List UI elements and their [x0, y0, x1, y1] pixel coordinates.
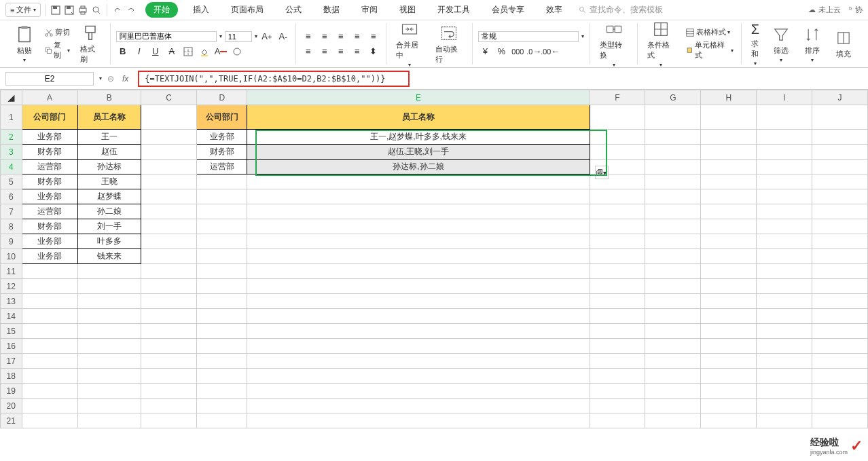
- type-convert-button[interactable]: 类型转换▾: [596, 18, 631, 69]
- font-size-select[interactable]: [225, 31, 252, 42]
- sort-button[interactable]: 排序▾: [799, 20, 826, 68]
- fill-button[interactable]: 填充: [830, 20, 857, 68]
- cell[interactable]: [141, 105, 197, 130]
- tab-data[interactable]: 数据: [317, 1, 346, 18]
- highlight-button[interactable]: [230, 45, 244, 58]
- row-header[interactable]: 1: [1, 105, 22, 130]
- indent-dec-icon[interactable]: ≡: [350, 30, 364, 43]
- table-style-button[interactable]: 表格样式▾: [683, 26, 736, 38]
- wrap-button[interactable]: 自动换行: [431, 18, 467, 69]
- cell[interactable]: 业务部: [22, 130, 77, 145]
- save-icon[interactable]: [50, 4, 62, 16]
- col-header[interactable]: G: [645, 90, 701, 105]
- format-painter-button[interactable]: 格式刷: [76, 22, 104, 66]
- row-header[interactable]: 17: [1, 354, 22, 369]
- sum-button[interactable]: Σ 求和▾: [747, 20, 763, 68]
- comma-icon[interactable]: 000: [511, 45, 524, 58]
- dec-inc-icon[interactable]: .0→: [527, 45, 541, 58]
- row-header[interactable]: 4: [1, 160, 22, 174]
- row-header[interactable]: 8: [1, 219, 22, 234]
- cell[interactable]: 财务部: [22, 145, 77, 160]
- undo-icon[interactable]: [111, 4, 124, 16]
- print-icon[interactable]: [77, 4, 89, 16]
- copy-button[interactable]: 复制▾: [42, 39, 72, 61]
- col-header[interactable]: E: [247, 90, 590, 105]
- fill-color-button[interactable]: [198, 45, 211, 58]
- cell[interactable]: 赵伍,王晓,刘一手: [247, 145, 590, 160]
- increase-font-icon[interactable]: A+: [260, 30, 274, 43]
- cell[interactable]: 财务部: [197, 145, 247, 160]
- tab-insert[interactable]: 插入: [186, 1, 216, 18]
- select-all-corner[interactable]: ◢: [1, 90, 22, 105]
- cell[interactable]: 王一: [77, 130, 141, 145]
- align-bottom-icon[interactable]: ≡: [334, 30, 348, 43]
- row-header[interactable]: 3: [1, 145, 22, 160]
- file-menu[interactable]: ≡文件▾: [5, 3, 41, 17]
- col-header[interactable]: H: [701, 90, 757, 105]
- paste-button[interactable]: 粘贴▾: [11, 22, 38, 66]
- tab-dev[interactable]: 开发工具: [431, 1, 477, 18]
- search-area[interactable]: 查找命令、搜索模板: [579, 4, 663, 16]
- name-box[interactable]: [5, 72, 94, 86]
- row-header[interactable]: 13: [1, 294, 22, 309]
- align-center-icon[interactable]: ≡: [318, 45, 331, 58]
- formula-input[interactable]: {=TEXTJOIN(",",TRUE,IF(A2:$A$10=D2,B2:$B…: [138, 71, 410, 87]
- cell[interactable]: 运营部: [22, 160, 77, 174]
- currency-icon[interactable]: ¥: [478, 45, 492, 58]
- strikethrough-button[interactable]: A: [165, 45, 179, 58]
- cell[interactable]: 孙达标,孙二娘 🗐▾: [247, 160, 590, 174]
- row-header[interactable]: 5: [1, 174, 22, 189]
- cell[interactable]: 公司部门: [22, 105, 77, 130]
- row-header[interactable]: 16: [1, 339, 22, 354]
- row-header[interactable]: 9: [1, 234, 22, 249]
- distribute-icon[interactable]: ≡: [350, 45, 364, 58]
- row-header[interactable]: 7: [1, 204, 22, 219]
- redo-icon[interactable]: [125, 4, 137, 16]
- preview-icon[interactable]: [90, 4, 103, 16]
- underline-button[interactable]: U: [149, 45, 162, 58]
- fx-icon[interactable]: fx: [118, 74, 132, 84]
- zoom-out-icon[interactable]: ⊖: [107, 74, 114, 84]
- row-header[interactable]: 15: [1, 324, 22, 339]
- font-select[interactable]: [116, 31, 217, 42]
- cell-style-button[interactable]: 单元格样式▾: [683, 39, 736, 61]
- orient-icon[interactable]: ⬍: [367, 45, 380, 58]
- tab-view[interactable]: 视图: [393, 1, 422, 18]
- row-header[interactable]: 2: [1, 130, 22, 145]
- border-button[interactable]: [181, 45, 195, 58]
- bold-button[interactable]: B: [116, 45, 130, 58]
- align-left-icon[interactable]: ≡: [302, 45, 315, 58]
- row-header[interactable]: 19: [1, 384, 22, 399]
- grid[interactable]: ◢ A B C D E F G H I J 1 公司部门 员工名称 公司部门 员…: [0, 90, 868, 428]
- cell[interactable]: 孙达标: [77, 160, 141, 174]
- font-color-button[interactable]: A: [214, 45, 228, 58]
- col-header[interactable]: D: [197, 90, 247, 105]
- number-format-select[interactable]: [478, 31, 579, 42]
- align-middle-icon[interactable]: ≡: [318, 30, 331, 43]
- tab-review[interactable]: 审阅: [355, 1, 384, 18]
- row-header[interactable]: 14: [1, 309, 22, 324]
- col-header[interactable]: C: [141, 90, 197, 105]
- cell[interactable]: 运营部: [197, 160, 247, 174]
- italic-button[interactable]: I: [132, 45, 146, 58]
- cell[interactable]: 业务部: [197, 130, 247, 145]
- col-header[interactable]: J: [812, 90, 868, 105]
- align-right-icon[interactable]: ≡: [334, 45, 348, 58]
- decrease-font-icon[interactable]: A-: [276, 30, 290, 43]
- dec-dec-icon[interactable]: .00←: [543, 45, 557, 58]
- cond-fmt-button[interactable]: 条件格式▾: [643, 18, 679, 69]
- row-header[interactable]: 18: [1, 369, 22, 384]
- cell[interactable]: 赵伍: [77, 145, 141, 160]
- cut-button[interactable]: 剪切: [42, 26, 72, 38]
- row-header[interactable]: 10: [1, 249, 22, 264]
- collab-text[interactable]: 协: [855, 5, 863, 15]
- filter-button[interactable]: 筛选▾: [767, 20, 795, 68]
- tab-member[interactable]: 会员专享: [485, 1, 531, 18]
- cell[interactable]: 王一,赵梦蝶,叶多多,钱来来: [247, 130, 590, 145]
- tab-layout[interactable]: 页面布局: [224, 1, 270, 18]
- percent-icon[interactable]: %: [494, 45, 508, 58]
- col-header[interactable]: F: [590, 90, 645, 105]
- align-top-icon[interactable]: ≡: [302, 30, 315, 43]
- indent-inc-icon[interactable]: ≡: [367, 30, 380, 43]
- row-header[interactable]: 20: [1, 399, 22, 413]
